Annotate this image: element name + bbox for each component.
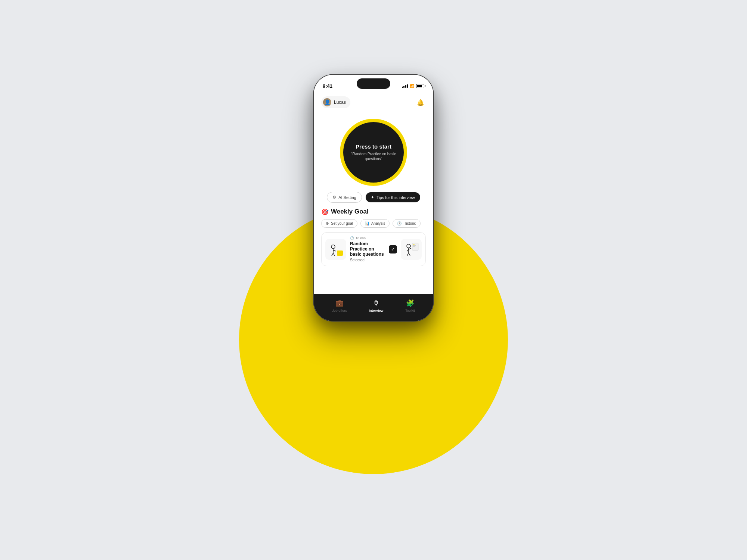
volume-down-button [314, 162, 314, 181]
start-circle-outer: Press to start "Random Practice on basic… [340, 119, 407, 186]
svg-line-5 [333, 253, 335, 256]
nav-toolkit[interactable]: 🧩 Toolkit [405, 299, 415, 312]
app-header: 👤 Lucas 🔔 [314, 93, 433, 111]
svg-line-13 [409, 248, 411, 249]
scene: 9:41 📶 [205, 56, 542, 504]
svg-line-14 [407, 253, 409, 256]
ai-icon: ⚙ [332, 195, 336, 200]
nav-job-offers-label: Job offers [332, 309, 347, 312]
volume-up-button [314, 140, 314, 159]
clock-icon: 🕐 [350, 236, 354, 240]
set-goal-icon: ⚙ [326, 221, 329, 225]
start-label: Press to start [356, 143, 391, 150]
bottom-nav: 💼 Job offers 🎙 Interview 🧩 Toolkit [314, 294, 433, 321]
card-badge: Selected [350, 258, 385, 262]
checkmark-icon: ✓ [391, 247, 395, 252]
mute-button [314, 123, 314, 134]
nav-interview-label: Interview [369, 309, 383, 312]
practice-illustration [326, 240, 345, 259]
practice-card[interactable]: 🕐 10 min Random Practice on basic questi… [321, 232, 426, 266]
card-title: Random Practice on basic questions [350, 241, 385, 257]
weekly-goal-title: Weekly Goal [331, 208, 369, 215]
tab-analysis[interactable]: 📊 Analysis [360, 219, 390, 228]
bell-icon[interactable]: 🔔 [415, 97, 426, 108]
avatar: 👤 [323, 98, 331, 106]
card-illustration-right [401, 239, 422, 260]
start-subtitle: "Random Practice on basic questions" [351, 152, 396, 161]
nav-job-offers[interactable]: 💼 Job offers [332, 299, 347, 312]
ai-setting-button[interactable]: ⚙ AI Setting [327, 192, 362, 203]
tips-button[interactable]: ✦ Tips for this interview [366, 192, 420, 202]
illustration-right-svg [402, 240, 421, 259]
phone-screen: 👤 Lucas 🔔 Press to start "Random Practic… [314, 93, 433, 321]
svg-line-15 [409, 253, 410, 256]
tab-historic[interactable]: 🕐 Historic [393, 219, 420, 228]
tips-label: Tips for this interview [376, 195, 415, 200]
svg-rect-7 [413, 244, 415, 245]
tab-set-goal[interactable]: ⚙ Set your goal [321, 219, 357, 228]
status-bar: 9:41 📶 [314, 75, 433, 93]
svg-rect-8 [413, 245, 416, 246]
analysis-label: Analysis [371, 221, 385, 225]
card-illustration-left [325, 239, 346, 260]
status-time: 9:41 [323, 83, 332, 89]
svg-point-10 [407, 244, 410, 248]
section-title: 🎯 Weekly Goal [321, 208, 426, 215]
ai-setting-label: AI Setting [338, 195, 356, 200]
goal-tabs: ⚙ Set your goal 📊 Analysis 🕐 Historic [321, 219, 426, 228]
svg-point-1 [331, 245, 335, 249]
card-content: 🕐 10 min Random Practice on basic questi… [350, 236, 385, 262]
wifi-icon: 📶 [410, 84, 414, 88]
status-icons: 📶 [402, 84, 425, 88]
historic-label: Historic [403, 221, 416, 225]
analysis-icon: 📊 [365, 221, 369, 225]
battery-icon [416, 84, 424, 88]
set-goal-label: Set your goal [331, 221, 353, 225]
nav-interview[interactable]: 🎙 Interview [369, 299, 383, 312]
user-pill[interactable]: 👤 Lucas [321, 96, 350, 108]
svg-line-3 [333, 250, 336, 251]
start-button[interactable]: Press to start "Random Practice on basic… [343, 122, 404, 183]
start-circle-container: Press to start "Random Practice on basic… [314, 111, 433, 192]
goal-icon: 🎯 [321, 208, 329, 215]
card-duration: 🕐 10 min [350, 236, 385, 240]
sparkle-icon: ✦ [371, 195, 374, 200]
action-buttons: ⚙ AI Setting ✦ Tips for this interview [314, 192, 433, 208]
svg-rect-9 [413, 246, 415, 247]
puzzle-icon: 🧩 [406, 299, 414, 307]
weekly-goal-section: 🎯 Weekly Goal ⚙ Set your goal 📊 Analysis [314, 208, 433, 271]
phone-shell: 9:41 📶 [314, 75, 433, 321]
nav-toolkit-label: Toolkit [405, 309, 415, 312]
svg-line-4 [332, 253, 333, 256]
power-button [433, 134, 433, 157]
app-content: Press to start "Random Practice on basic… [314, 111, 433, 294]
historic-icon: 🕐 [397, 221, 402, 225]
microphone-icon: 🎙 [373, 299, 379, 307]
signal-icon [402, 84, 408, 88]
dynamic-island [357, 78, 390, 89]
briefcase-icon: 💼 [335, 299, 344, 307]
card-checkbox[interactable]: ✓ [389, 245, 397, 253]
user-name-label: Lucas [334, 100, 346, 105]
svg-rect-0 [337, 251, 343, 256]
